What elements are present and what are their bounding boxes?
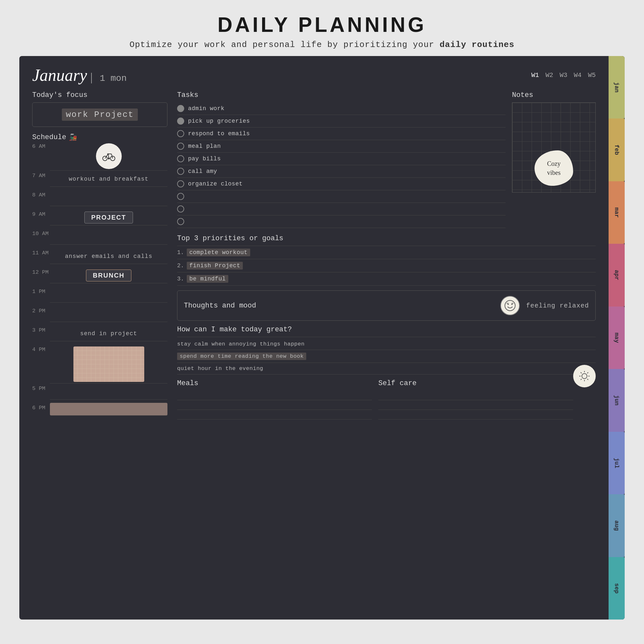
bottom-row: Meals Self care bbox=[177, 379, 573, 420]
task-text: organize closet bbox=[188, 181, 243, 187]
time-7am: 7 AM bbox=[32, 171, 50, 179]
time-block-3pm: 3 PM send in project bbox=[32, 325, 167, 345]
svg-line-11 bbox=[581, 372, 582, 373]
task-item[interactable] bbox=[177, 190, 506, 203]
tasks-label: Tasks bbox=[177, 91, 506, 99]
time-block-2pm: 2 PM bbox=[32, 306, 167, 325]
two-col-layout: Today's focus work Project Schedule 🚂 6 … bbox=[32, 91, 596, 422]
great-item-3[interactable]: quiet hour in the evening bbox=[177, 363, 596, 374]
tab-apr[interactable]: apr bbox=[609, 244, 625, 306]
selfcare-section: Self care bbox=[378, 379, 573, 420]
time-1pm: 1 PM bbox=[32, 287, 50, 295]
svg-point-4 bbox=[507, 304, 509, 305]
time-block-8am: 8 AM bbox=[32, 190, 167, 209]
time-6pm: 6 PM bbox=[32, 403, 50, 411]
time-block-9am: 9 AM PROJECT bbox=[32, 209, 167, 229]
meals-section: Meals bbox=[177, 379, 372, 420]
tab-may[interactable]: may bbox=[609, 307, 625, 369]
week-w5[interactable]: W5 bbox=[588, 71, 596, 79]
time-block-6pm: 6 PM bbox=[32, 403, 167, 422]
task-text: pay bills bbox=[188, 156, 221, 162]
task-circle[interactable] bbox=[177, 105, 184, 112]
schedule-7am-text: workout and breakfast bbox=[69, 176, 149, 182]
task-text: respond to emails bbox=[188, 130, 250, 137]
priorities-section: Top 3 priorities or goals 1. complete wo… bbox=[177, 234, 596, 286]
time-block-4pm: 4 PM bbox=[32, 345, 167, 384]
schedule-label: Schedule 🚂 bbox=[32, 133, 167, 141]
tab-feb[interactable]: feb bbox=[609, 118, 625, 181]
time-block-11am: 11 AM answer emails and calls bbox=[32, 248, 167, 267]
priority-text-3: be mindful bbox=[187, 275, 228, 283]
task-item[interactable]: meal plan bbox=[177, 140, 506, 153]
schedule-11am-text: answer emails and calls bbox=[65, 253, 152, 260]
month-day-header: January | 1 mon bbox=[32, 66, 127, 85]
week-nav: W1 W2 W3 W4 W5 bbox=[523, 71, 596, 79]
task-text: call amy bbox=[188, 168, 217, 175]
time-11am: 11 AM bbox=[32, 248, 50, 256]
task-item[interactable]: admin work bbox=[177, 102, 506, 115]
time-block-12pm: 12 PM BRUNCH bbox=[32, 267, 167, 287]
tab-jun[interactable]: jun bbox=[609, 369, 625, 431]
great-section: How can I make today great? stay calm wh… bbox=[177, 326, 596, 374]
task-circle[interactable] bbox=[177, 155, 184, 162]
thoughts-mood-box[interactable]: Thoughts and mood bbox=[177, 290, 596, 321]
task-text: meal plan bbox=[188, 143, 221, 149]
svg-point-6 bbox=[582, 374, 587, 379]
great-text-1: stay calm when annoying things happen bbox=[177, 341, 305, 347]
task-item[interactable]: call amy bbox=[177, 165, 506, 178]
week-w4[interactable]: W4 bbox=[574, 71, 582, 79]
great-label: How can I make today great? bbox=[177, 326, 596, 334]
task-circle[interactable] bbox=[177, 168, 184, 175]
time-8am: 8 AM bbox=[32, 190, 50, 198]
tab-sep[interactable]: sep bbox=[609, 557, 625, 620]
task-circle[interactable] bbox=[177, 118, 184, 125]
task-circle[interactable] bbox=[177, 143, 184, 150]
time-block-5pm: 5 PM bbox=[32, 384, 167, 403]
task-circle[interactable] bbox=[177, 130, 184, 137]
great-item-2[interactable]: spend more time reading the new book bbox=[177, 350, 596, 363]
task-item[interactable]: organize closet bbox=[177, 178, 506, 190]
svg-point-2 bbox=[108, 158, 109, 159]
time-2pm: 2 PM bbox=[32, 306, 50, 314]
priority-item-1[interactable]: 1. complete workout bbox=[177, 246, 596, 259]
subtitle-text: Optimize your work and personal life by … bbox=[129, 40, 440, 50]
time-5pm: 5 PM bbox=[32, 384, 50, 392]
time-block-6am: 6 AM bbox=[32, 141, 167, 171]
tab-jul[interactable]: jul bbox=[609, 432, 625, 494]
priority-item-3[interactable]: 3. be mindful bbox=[177, 272, 596, 286]
priorities-label: Top 3 priorities or goals bbox=[177, 234, 596, 242]
task-circle[interactable] bbox=[177, 193, 184, 200]
page-header: DAILY PLANNING Optimize your work and pe… bbox=[0, 0, 644, 56]
task-circle[interactable] bbox=[177, 218, 184, 225]
tab-mar[interactable]: mar bbox=[609, 181, 625, 244]
selfcare-label: Self care bbox=[378, 379, 573, 387]
time-block-7am: 7 AM workout and breakfast bbox=[32, 171, 167, 190]
bike-icon bbox=[96, 143, 122, 169]
left-column: Today's focus work Project Schedule 🚂 6 … bbox=[32, 91, 167, 422]
task-item[interactable]: pick up groceries bbox=[177, 115, 506, 128]
task-item[interactable]: respond to emails bbox=[177, 128, 506, 140]
time-12pm: 12 PM bbox=[32, 267, 50, 275]
svg-line-13 bbox=[587, 372, 588, 373]
priority-num-1: 1. bbox=[177, 249, 184, 256]
task-item[interactable] bbox=[177, 215, 506, 228]
focus-text: work Project bbox=[62, 109, 137, 121]
thoughts-label: Thoughts and mood bbox=[184, 302, 256, 310]
notes-grid[interactable]: Cozyvibes bbox=[512, 102, 596, 193]
task-item[interactable] bbox=[177, 203, 506, 215]
notes-label: Notes bbox=[512, 91, 596, 99]
focus-box[interactable]: work Project bbox=[32, 102, 167, 127]
great-item-1[interactable]: stay calm when annoying things happen bbox=[177, 338, 596, 350]
time-3pm: 3 PM bbox=[32, 325, 50, 333]
tab-aug[interactable]: aug bbox=[609, 494, 625, 557]
week-w1[interactable]: W1 bbox=[531, 71, 539, 79]
tab-jan[interactable]: jan bbox=[609, 56, 625, 118]
task-circle[interactable] bbox=[177, 180, 184, 187]
task-circle[interactable] bbox=[177, 205, 184, 213]
task-item[interactable]: pay bills bbox=[177, 153, 506, 165]
great-text-2: spend more time reading the new book bbox=[177, 353, 306, 360]
cozy-vibes-text: Cozyvibes bbox=[547, 159, 561, 177]
week-w3[interactable]: W3 bbox=[560, 71, 567, 79]
week-w2[interactable]: W2 bbox=[545, 71, 553, 79]
priority-item-2[interactable]: 2. finish Project bbox=[177, 259, 596, 272]
